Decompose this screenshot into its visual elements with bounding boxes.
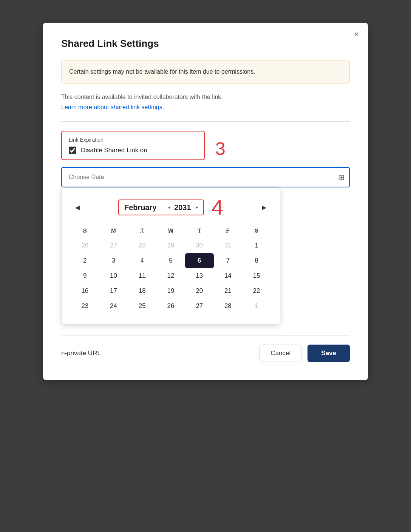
calendar-day[interactable]: 13 — [185, 268, 214, 283]
calendar-day: 29 — [156, 238, 185, 253]
calendar-day[interactable]: 26 — [156, 298, 185, 314]
calendar-day: 1 — [242, 298, 271, 314]
day-header: W — [156, 227, 185, 238]
annotation-4: 4 — [212, 197, 223, 218]
calendar-header: ◄ January February March April May June — [71, 197, 271, 218]
warning-text: Certain settings may not be available fo… — [69, 67, 342, 76]
calendar-icon-button[interactable]: ⊞ — [338, 173, 345, 182]
calendar-day[interactable]: 12 — [156, 268, 185, 283]
save-button[interactable]: Save — [307, 345, 350, 362]
disable-shared-link-label: Disable Shared Link on — [81, 147, 147, 154]
year-wrapper: 2029 2030 2031 2032 2033 ▾ — [174, 203, 198, 212]
month-wrapper: January February March April May June Ju… — [124, 203, 170, 212]
calendar-day[interactable]: 22 — [242, 283, 271, 298]
calendar-day[interactable]: 23 — [71, 298, 99, 314]
calendar-day[interactable]: 2 — [71, 253, 99, 268]
learn-more-link[interactable]: Learn more about shared link settings. — [61, 104, 164, 110]
expiration-row: Link Expiration Disable Shared Link on 3 — [61, 131, 350, 167]
day-header: S — [242, 227, 271, 238]
calendar-day[interactable]: 16 — [71, 283, 99, 298]
day-header: S — [71, 227, 99, 238]
calendar-week-row: 2627282930311 — [71, 238, 271, 253]
calendar-day: 26 — [71, 238, 99, 253]
calendar-day: 30 — [185, 238, 214, 253]
date-input-wrapper: ⊞ — [61, 167, 350, 187]
calendar-day: 28 — [128, 238, 156, 253]
calendar-week-row: 2345678 — [71, 253, 271, 268]
url-label: n-private URL — [61, 350, 101, 357]
day-header: M — [99, 227, 128, 238]
info-description: This content is available to invited col… — [61, 93, 350, 102]
calendar-day[interactable]: 20 — [185, 283, 214, 298]
checkbox-row: Disable Shared Link on — [69, 147, 197, 154]
calendar-day[interactable]: 15 — [242, 268, 271, 283]
bottom-divider — [61, 335, 350, 336]
calendar-day[interactable]: 10 — [99, 268, 128, 283]
calendar-popup: ◄ January February March April May June — [61, 187, 280, 325]
modal-overlay: × Shared Link Settings Certain settings … — [0, 0, 411, 532]
calendar-day[interactable]: 17 — [99, 283, 128, 298]
calendar-day[interactable]: 18 — [128, 283, 156, 298]
calendar-day[interactable]: 8 — [242, 253, 271, 268]
link-expiration-box: Link Expiration Disable Shared Link on — [61, 131, 205, 160]
year-select[interactable]: 2029 2030 2031 2032 2033 — [174, 203, 198, 212]
calendar-day[interactable]: 9 — [71, 268, 99, 283]
calendar-day[interactable]: 3 — [99, 253, 128, 268]
month-year-box: January February March April May June Ju… — [118, 200, 204, 215]
warning-box: Certain settings may not be available fo… — [61, 60, 350, 84]
section-divider — [61, 121, 350, 122]
calendar-day[interactable]: 4 — [128, 253, 156, 268]
modal-title: Shared Link Settings — [61, 38, 350, 49]
date-input[interactable] — [61, 167, 350, 187]
calendar-day[interactable]: 21 — [214, 283, 243, 298]
calendar-body: 2627282930311234567891011121314151617181… — [71, 238, 271, 314]
link-expiration-label: Link Expiration — [69, 137, 197, 143]
calendar-week-row: 16171819202122 — [71, 283, 271, 298]
modal-dialog: × Shared Link Settings Certain settings … — [43, 23, 368, 380]
calendar-day[interactable]: 14 — [214, 268, 243, 283]
action-buttons: Cancel Save — [260, 345, 350, 362]
prev-month-button[interactable]: ◄ — [71, 202, 84, 213]
next-month-button[interactable]: ► — [257, 202, 271, 213]
calendar-header-inner: January February March April May June Ju… — [118, 197, 223, 218]
calendar-day[interactable]: 28 — [214, 298, 243, 314]
day-header: T — [128, 227, 156, 238]
calendar-day[interactable]: 11 — [128, 268, 156, 283]
disable-shared-link-checkbox[interactable] — [69, 147, 76, 154]
calendar-day[interactable]: 25 — [128, 298, 156, 314]
calendar-day[interactable]: 27 — [185, 298, 214, 314]
calendar-day[interactable]: 24 — [99, 298, 128, 314]
calendar-day[interactable]: 19 — [156, 283, 185, 298]
calendar-week-row: 9101112131415 — [71, 268, 271, 283]
day-header: T — [185, 227, 214, 238]
calendar-grid: SMTWTFS 26272829303112345678910111213141… — [71, 227, 271, 314]
calendar-day: 27 — [99, 238, 128, 253]
cancel-button[interactable]: Cancel — [260, 345, 301, 362]
day-header: F — [214, 227, 243, 238]
calendar-day[interactable]: 1 — [242, 238, 271, 253]
month-select[interactable]: January February March April May June Ju… — [124, 203, 170, 212]
bottom-row: n-private URL Cancel Save — [61, 345, 350, 362]
calendar-day: 31 — [214, 238, 243, 253]
close-button[interactable]: × — [354, 30, 359, 39]
annotation-3: 3 — [215, 140, 226, 158]
calendar-week-row: 2324252627281 — [71, 298, 271, 314]
calendar-day[interactable]: 6 — [185, 253, 214, 268]
calendar-day[interactable]: 5 — [156, 253, 185, 268]
calendar-day-headers: SMTWTFS — [71, 227, 271, 238]
calendar-day[interactable]: 7 — [214, 253, 243, 268]
calendar-icon: ⊞ — [338, 173, 345, 181]
